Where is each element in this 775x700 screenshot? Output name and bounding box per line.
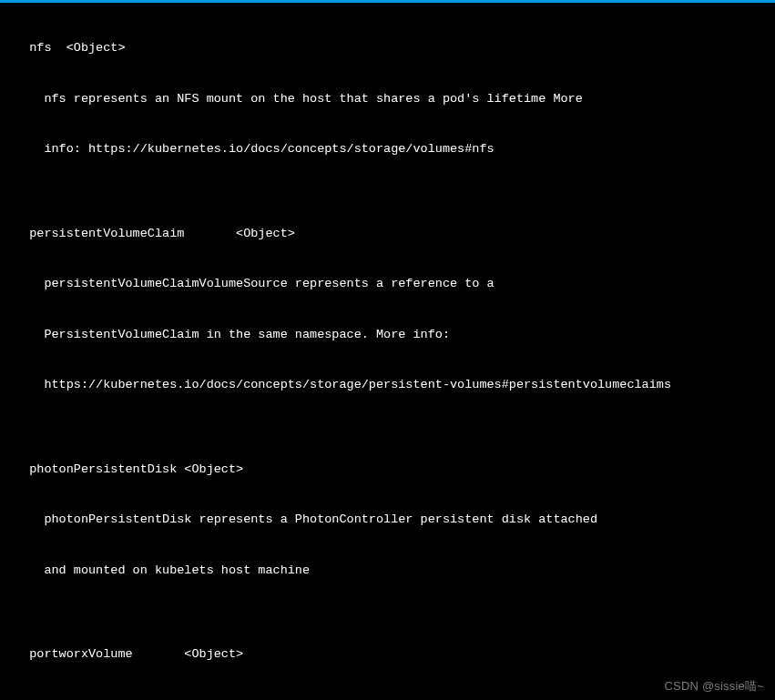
terminal-row: portworxVolume represents a portworx vol… (0, 697, 775, 701)
terminal-row: portworxVolume <Object> (0, 646, 775, 664)
terminal-row: photonPersistentDisk represents a Photon… (0, 512, 775, 529)
terminal-row: nfs <Object> (0, 40, 775, 57)
terminal-row: and mounted on kubelets host machine (0, 563, 775, 580)
watermark: CSDN @sissie喵~ (664, 678, 764, 695)
terminal-row: https://kubernetes.io/docs/concepts/stor… (0, 377, 775, 394)
terminal-row: info: https://kubernetes.io/docs/concept… (0, 141, 775, 158)
terminal-row: persistentVolumeClaim <Object> (0, 226, 775, 243)
terminal-row: photonPersistentDisk <Object> (0, 462, 775, 479)
terminal-row: PersistentVolumeClaim in the same namesp… (0, 327, 775, 344)
terminal-row: nfs represents an NFS mount on the host … (0, 91, 775, 108)
terminal-row: persistentVolumeClaimVolumeSource repres… (0, 276, 775, 293)
terminal-output[interactable]: nfs <Object> nfs represents an NFS mount… (0, 3, 775, 700)
